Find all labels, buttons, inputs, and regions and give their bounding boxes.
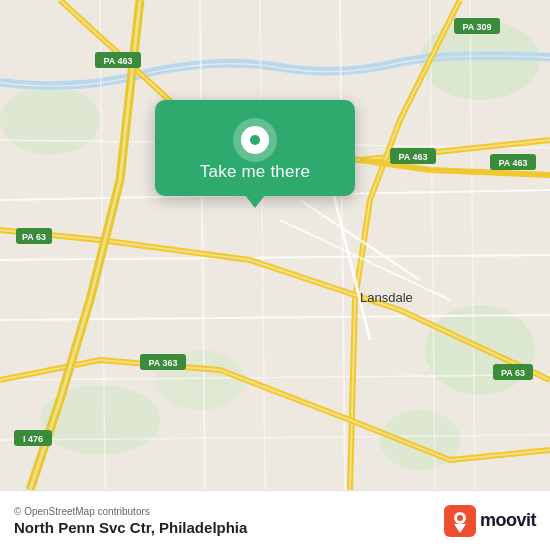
svg-text:PA 63: PA 63: [501, 368, 525, 378]
svg-text:PA 309: PA 309: [462, 22, 491, 32]
take-me-there-button[interactable]: Take me there: [200, 162, 310, 182]
map-view: PA 463 PA 463 PA 309 PA 463 PA 63 PA 363…: [0, 0, 550, 490]
location-name: North Penn Svc Ctr, Philadelphia: [14, 519, 434, 536]
svg-text:PA 63: PA 63: [22, 232, 46, 242]
location-info: © OpenStreetMap contributors North Penn …: [14, 506, 434, 536]
moovit-logo: moovit: [444, 505, 536, 537]
location-pin-icon: [233, 118, 277, 162]
svg-point-2: [0, 85, 100, 155]
navigation-popup[interactable]: Take me there: [155, 100, 355, 196]
svg-text:PA 363: PA 363: [148, 358, 177, 368]
bottom-bar: © OpenStreetMap contributors North Penn …: [0, 490, 550, 550]
svg-text:PA 463: PA 463: [498, 158, 527, 168]
moovit-text: moovit: [480, 510, 536, 531]
moovit-icon-svg: [444, 505, 476, 537]
copyright-text: © OpenStreetMap contributors: [14, 506, 434, 517]
svg-text:PA 463: PA 463: [398, 152, 427, 162]
svg-text:PA 463: PA 463: [103, 56, 132, 66]
svg-text:I 476: I 476: [23, 434, 43, 444]
svg-text:Lansdale: Lansdale: [360, 290, 413, 305]
svg-point-41: [457, 515, 463, 521]
